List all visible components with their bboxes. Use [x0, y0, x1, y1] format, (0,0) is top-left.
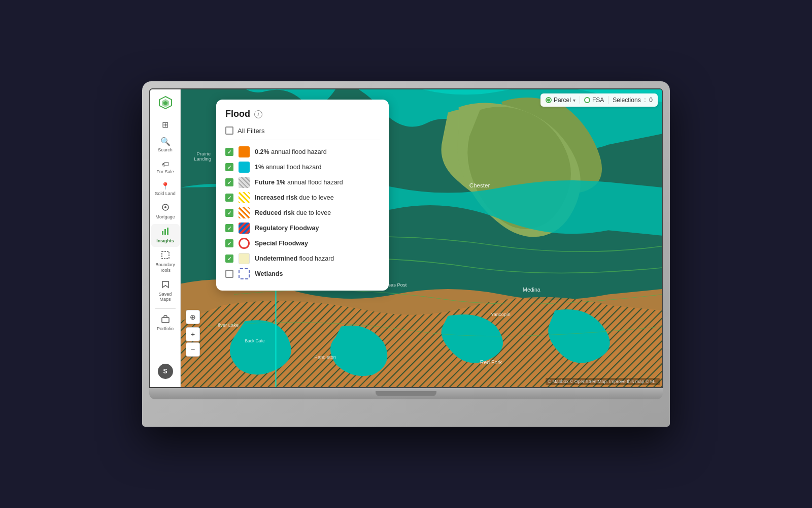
- filter-label-1pct: 1% annual flood hazard: [255, 163, 321, 171]
- zoom-out-button[interactable]: −: [186, 342, 200, 357]
- selections-badge: Selections : 0: [613, 97, 653, 104]
- filter-item-1pct[interactable]: 1% annual flood hazard: [225, 160, 380, 175]
- mortgage-icon: [161, 203, 170, 213]
- svg-rect-8: [162, 251, 169, 259]
- filter-checkbox-future1pct[interactable]: [225, 178, 233, 186]
- svg-rect-7: [167, 228, 168, 235]
- map-controls: ⊕ + −: [186, 310, 200, 357]
- all-filters-row[interactable]: All Filters: [225, 126, 380, 140]
- sidebar-item-portfolio[interactable]: Portfolio: [151, 312, 180, 335]
- filter-item-future1pct[interactable]: Future 1% annual flood hazard: [225, 175, 380, 190]
- map-toolbar: Parcel ▾ FSA Selections : 0: [540, 93, 658, 107]
- map-area[interactable]: Arkansas Chester Arkansas Post ilver Lak…: [181, 89, 662, 387]
- flood-panel-title: Flood i: [225, 109, 380, 119]
- zoom-out-icon: −: [191, 345, 195, 354]
- parcel-label: Parcel: [554, 97, 571, 104]
- laptop-screen: ⊞ 🔍 Search 🏷 For Sale 📍 Sold Land: [149, 88, 663, 388]
- toolbar-divider-2: [608, 96, 608, 104]
- sidebar-item-label: For Sale: [156, 169, 174, 175]
- boundary-tools-icon: [161, 251, 170, 261]
- sidebar-item-label: Portfolio: [157, 326, 174, 332]
- saved-maps-icon: [161, 280, 170, 291]
- filter-checkbox-wetlands[interactable]: [225, 270, 233, 278]
- sidebar-item-label: Mortgage: [155, 214, 175, 220]
- filter-item-undetermined[interactable]: Undetermined flood hazard: [225, 251, 380, 266]
- app-logo[interactable]: [156, 93, 175, 112]
- sidebar-item-boundary-tools[interactable]: Boundary Tools: [151, 248, 180, 276]
- layers-icon: ⊞: [162, 120, 168, 130]
- flood-panel: Flood i All Filters 0.2% annual flood ha: [216, 100, 389, 291]
- sidebar-item-mortgage[interactable]: Mortgage: [151, 200, 180, 223]
- sidebar-item-search[interactable]: 🔍 Search: [151, 134, 180, 156]
- filter-item-reduced-risk[interactable]: Reduced risk due to levee: [225, 205, 380, 220]
- filter-label-reduced-risk: Reduced risk due to levee: [255, 209, 331, 217]
- svg-text:Back Gate: Back Gate: [245, 338, 265, 343]
- filter-checkbox-reduced-risk[interactable]: [225, 209, 233, 217]
- for-sale-icon: 🏷: [162, 160, 169, 168]
- sidebar-item-label: Boundary Tools: [153, 262, 178, 273]
- avatar[interactable]: S: [158, 364, 173, 379]
- filter-swatch-regulatory-floodway: [239, 223, 250, 234]
- sidebar-item-for-sale[interactable]: 🏷 For Sale: [151, 157, 180, 178]
- laptop-shell: ⊞ 🔍 Search 🏷 For Sale 📍 Sold Land: [142, 81, 670, 427]
- filter-checkbox-02pct[interactable]: [225, 148, 233, 156]
- svg-rect-5: [162, 231, 163, 235]
- filter-label-regulatory-floodway: Regulatory Floodway: [255, 224, 319, 232]
- svg-text:Medina: Medina: [523, 287, 540, 293]
- filter-checkbox-1pct[interactable]: [225, 163, 233, 171]
- parcel-radio-group[interactable]: Parcel ▾: [546, 97, 576, 104]
- svg-text:Landing: Landing: [194, 156, 211, 162]
- fsa-radio-group[interactable]: FSA: [584, 97, 604, 104]
- parcel-radio[interactable]: [546, 97, 552, 103]
- filter-item-regulatory-floodway[interactable]: Regulatory Floodway: [225, 220, 380, 236]
- chevron-down-icon[interactable]: ▾: [573, 98, 576, 103]
- map-attribution: © Mapbox © OpenStreetMap. Improve this m…: [546, 378, 660, 385]
- filter-item-increased-risk[interactable]: Increased risk due to levee: [225, 190, 380, 205]
- filter-label-special-floodway: Special Floodway: [255, 239, 308, 247]
- portfolio-icon: [161, 315, 170, 325]
- toolbar-divider: [580, 96, 580, 104]
- svg-point-4: [164, 206, 166, 208]
- filter-checkbox-special-floodway[interactable]: [225, 239, 233, 247]
- sidebar-item-layers[interactable]: ⊞: [151, 117, 180, 133]
- all-filters-checkbox[interactable]: [225, 126, 233, 135]
- filter-swatch-future1pct: [239, 177, 250, 188]
- info-icon[interactable]: i: [254, 110, 262, 118]
- all-filters-label: All Filters: [238, 127, 264, 135]
- filter-swatch-wetlands: [239, 268, 250, 279]
- filter-label-future1pct: Future 1% annual flood hazard: [255, 178, 343, 186]
- svg-rect-6: [164, 229, 166, 235]
- search-icon: 🔍: [160, 137, 171, 146]
- filter-label-increased-risk: Increased risk due to levee: [255, 194, 334, 202]
- filter-checkbox-regulatory-floodway[interactable]: [225, 224, 233, 232]
- sidebar-item-sold-land[interactable]: 📍 Sold Land: [151, 179, 180, 200]
- fsa-radio[interactable]: [584, 97, 590, 103]
- filter-item-wetlands[interactable]: Wetlands: [225, 266, 380, 281]
- sidebar-item-insights[interactable]: Insights: [151, 224, 180, 247]
- filter-swatch-1pct: [239, 162, 250, 173]
- filter-swatch-increased-risk: [239, 192, 250, 203]
- filter-checkbox-undetermined[interactable]: [225, 255, 233, 263]
- insights-icon: [161, 227, 170, 237]
- svg-text:Yancopin: Yancopin: [491, 311, 511, 317]
- laptop-base: [149, 388, 663, 399]
- sidebar: ⊞ 🔍 Search 🏷 For Sale 📍 Sold Land: [150, 89, 181, 387]
- svg-text:Chester: Chester: [469, 182, 490, 188]
- filter-label-undetermined: Undetermined flood hazard: [255, 255, 334, 263]
- zoom-in-button[interactable]: +: [186, 327, 200, 341]
- svg-text:Red Fork: Red Fork: [480, 359, 502, 365]
- compass-button[interactable]: ⊕: [186, 310, 200, 324]
- filter-item-special-floodway[interactable]: Special Floodway: [225, 236, 380, 251]
- sidebar-divider: [155, 308, 176, 309]
- sidebar-item-label: Insights: [156, 238, 174, 244]
- svg-text:ilver Lake: ilver Lake: [218, 322, 239, 328]
- sidebar-item-saved-maps[interactable]: Saved Maps: [151, 277, 180, 306]
- svg-rect-9: [162, 318, 169, 323]
- sidebar-item-label: Search: [158, 147, 173, 153]
- svg-text:Prairie: Prairie: [197, 151, 211, 156]
- filter-item-02pct[interactable]: 0.2% annual flood hazard: [225, 144, 380, 160]
- laptop-notch: [376, 391, 436, 396]
- filter-checkbox-increased-risk[interactable]: [225, 194, 233, 202]
- sidebar-item-label: Saved Maps: [153, 292, 178, 303]
- app-container: ⊞ 🔍 Search 🏷 For Sale 📍 Sold Land: [150, 89, 662, 387]
